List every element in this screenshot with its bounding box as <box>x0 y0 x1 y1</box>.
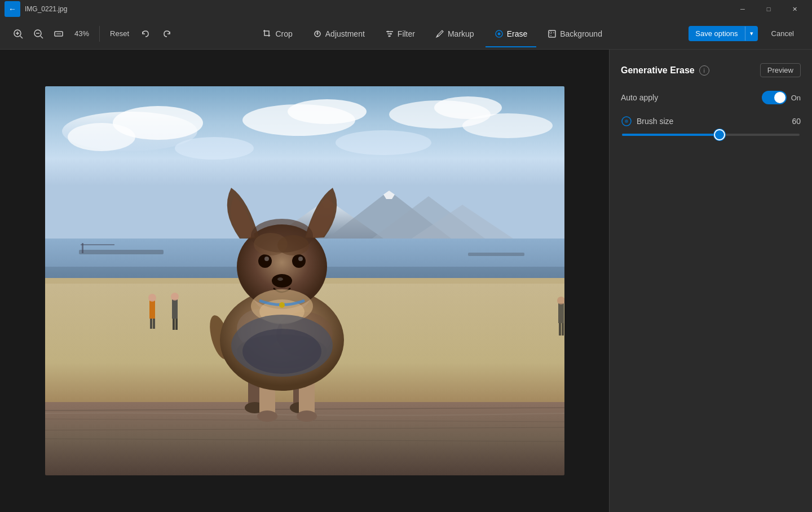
svg-point-27 <box>336 130 431 155</box>
preview-button[interactable]: Preview <box>760 63 801 77</box>
svg-point-13 <box>388 35 390 37</box>
zoom-out-icon <box>33 29 43 39</box>
auto-apply-label: Auto apply <box>621 93 658 102</box>
svg-rect-57 <box>562 323 564 336</box>
toggle-thumb <box>774 92 785 103</box>
slider-track <box>622 134 800 136</box>
svg-point-65 <box>257 411 277 422</box>
panel-title-row: Generative Erase i Preview <box>621 63 801 77</box>
svg-point-77 <box>272 274 292 288</box>
svg-point-75 <box>264 257 269 261</box>
minimize-button[interactable]: ─ <box>730 0 756 18</box>
fit-button[interactable] <box>50 25 68 43</box>
back-icon: ← <box>8 5 16 14</box>
svg-point-73 <box>258 254 272 268</box>
toolbar-left: 43% Reset <box>9 25 176 43</box>
fit-icon <box>54 29 64 39</box>
svg-point-10 <box>316 33 318 34</box>
markup-icon <box>435 29 444 38</box>
svg-point-86 <box>279 302 285 308</box>
background-icon <box>548 29 557 38</box>
reset-label: Reset <box>110 29 129 38</box>
svg-point-12 <box>390 33 391 34</box>
crop-icon <box>263 29 272 38</box>
undo-button[interactable] <box>136 27 155 41</box>
toolbar: 43% Reset Crop <box>0 18 812 50</box>
svg-rect-46 <box>149 301 155 319</box>
cancel-label: Cancel <box>771 29 794 38</box>
brush-size-value: 60 <box>792 117 801 126</box>
svg-line-5 <box>41 36 43 38</box>
svg-point-20 <box>68 123 135 151</box>
slider-fill <box>622 134 720 136</box>
toolbar-tabs: Crop Adjustment Filter <box>179 25 686 43</box>
auto-apply-toggle-container: On <box>762 91 801 104</box>
toggle-on-label: On <box>791 94 801 102</box>
brush-size-label: Brush size <box>637 117 792 126</box>
zoom-in-button[interactable] <box>9 25 27 43</box>
tab-markup[interactable]: Markup <box>426 25 483 43</box>
auto-apply-row: Auto apply On <box>621 91 801 104</box>
zoom-in-icon <box>13 29 23 39</box>
brush-size-row: Brush size 60 <box>621 116 801 127</box>
cancel-button[interactable]: Cancel <box>762 26 803 41</box>
svg-point-66 <box>297 411 317 422</box>
back-button[interactable]: ← <box>5 1 20 17</box>
tab-filter[interactable]: Filter <box>376 25 424 43</box>
info-icon-symbol: i <box>704 67 705 74</box>
tab-background-label: Background <box>560 29 602 38</box>
adjustment-icon <box>313 29 322 38</box>
svg-point-88 <box>625 120 628 123</box>
divider-1 <box>99 26 100 42</box>
tab-background[interactable]: Background <box>539 25 611 43</box>
tab-adjustment[interactable]: Adjustment <box>304 25 374 43</box>
close-button[interactable]: ✕ <box>782 0 807 18</box>
svg-point-76 <box>298 257 303 261</box>
main-content: Generative Erase i Preview Auto apply On <box>0 50 812 512</box>
redo-button[interactable] <box>157 27 176 41</box>
svg-rect-38 <box>81 244 114 245</box>
canvas-area[interactable] <box>0 50 609 512</box>
redo-icon <box>162 29 172 39</box>
tab-crop[interactable]: Crop <box>254 25 301 43</box>
svg-rect-48 <box>150 319 152 329</box>
auto-apply-toggle[interactable] <box>762 91 787 104</box>
svg-rect-35 <box>79 250 164 254</box>
svg-point-25 <box>462 113 553 138</box>
brush-size-slider[interactable] <box>621 134 801 136</box>
svg-rect-54 <box>558 303 564 323</box>
svg-rect-53 <box>175 319 178 330</box>
erase-icon <box>495 29 504 38</box>
save-options-chevron-icon[interactable]: ▾ <box>745 27 758 41</box>
toolbar-right: Save options ▾ Cancel <box>689 26 803 41</box>
panel-title: Generative Erase <box>621 65 695 76</box>
svg-point-22 <box>288 99 367 124</box>
slider-thumb[interactable] <box>714 129 725 140</box>
tab-erase[interactable]: Erase <box>486 25 537 43</box>
undo-icon <box>140 29 151 39</box>
photo-canvas <box>45 86 564 475</box>
svg-rect-52 <box>173 319 175 330</box>
svg-point-11 <box>387 30 389 32</box>
svg-rect-49 <box>153 319 155 329</box>
svg-point-26 <box>175 137 254 160</box>
maximize-button[interactable]: □ <box>756 0 782 18</box>
svg-point-15 <box>497 32 500 35</box>
reset-button[interactable]: Reset <box>105 27 134 40</box>
title-bar: ← IMG_0221.jpg ─ □ ✕ <box>0 0 812 18</box>
svg-rect-36 <box>468 253 524 256</box>
window-controls: ─ □ ✕ <box>730 0 807 18</box>
svg-point-51 <box>171 293 179 301</box>
tab-crop-label: Crop <box>275 29 292 38</box>
svg-point-85 <box>242 329 321 374</box>
svg-point-74 <box>292 254 306 268</box>
tab-markup-label: Markup <box>448 29 474 38</box>
save-options-button[interactable]: Save options ▾ <box>689 26 757 41</box>
window-title: IMG_0221.jpg <box>25 5 67 13</box>
svg-point-47 <box>148 294 156 302</box>
tab-filter-label: Filter <box>398 29 415 38</box>
info-icon[interactable]: i <box>699 65 709 76</box>
svg-rect-50 <box>172 299 178 319</box>
brush-size-icon <box>621 116 632 127</box>
zoom-out-button[interactable] <box>29 25 47 43</box>
